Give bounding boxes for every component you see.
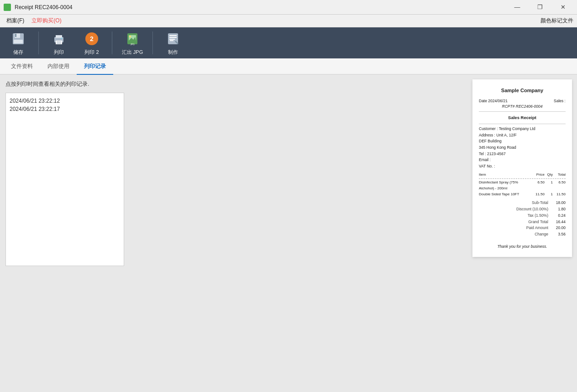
table-row: Alchohol) - 200ml [479,186,566,191]
print-log-item-2[interactable]: 2024/06/21 23:22:17 [10,105,120,113]
receipt-type: Sales Receipt [479,115,566,121]
receipt-items-header: Item Price Qty Total [479,172,566,179]
receipt-rcpt: RCPT# REC2406-0004 [479,104,566,110]
col-item: Item [479,172,532,178]
make-label: 制作 [168,49,178,56]
left-panel: 点按列印时间查看相关的列印记录. 2024/06/21 23:22:12 202… [0,75,467,392]
svg-text:JPG: JPG [130,43,135,46]
export-jpg-icon: JPG [124,31,141,47]
save-icon [10,31,26,47]
toolbar-sep-2 [112,31,112,54]
svg-rect-7 [57,42,61,42]
color-label-text: 颜色标记文件 [540,17,573,24]
svg-rect-8 [57,43,61,44]
grandtotal-row: Grand Total 16.44 [479,219,566,225]
receipt-divider-1 [479,111,566,112]
receipt-preview-panel: Sample Company Date 2024/06/21 Sales : R… [467,75,577,392]
instruction-text: 点按列印时间查看相关的列印记录. [5,80,462,88]
menu-file[interactable]: 档案(F) [4,16,27,26]
print-log-list: 2024/06/21 23:22:12 2024/06/21 23:22:17 [5,93,124,266]
receipt-header-row: Date 2024/06/21 Sales : [479,98,566,104]
close-button[interactable]: ✕ [552,1,573,14]
print2-button[interactable]: 2 列印 2 [77,30,106,56]
window-controls: — ❐ ✕ [507,1,573,14]
receipt-address-line1: Unit A, 12/F [496,133,516,137]
svg-rect-20 [169,39,175,40]
print-log-item-1[interactable]: 2024/06/21 23:22:12 [10,97,120,105]
svg-rect-2 [15,34,16,37]
make-icon [165,31,181,47]
app-icon [4,4,11,11]
receipt-email-label: Email : [479,157,491,162]
svg-rect-19 [169,37,177,38]
col-price: Price [532,172,545,178]
receipt-date: Date 2024/06/21 [479,98,508,104]
tab-internal-use[interactable]: 内部使用 [40,60,77,75]
receipt-customer-label: Customer : [479,126,498,131]
svg-rect-18 [169,35,177,36]
receipt-address-line3: 345 Hong Kong Road [479,145,516,150]
receipt-summary: Sub-Total 18.00 Discount (10.00%) 1.80 T… [479,200,566,237]
export-jpg-button[interactable]: JPG 汇出 JPG [118,30,147,56]
svg-rect-3 [14,40,23,43]
receipt-customer-value: Testing Company Ltd [499,126,535,131]
receipt-address-label: Address : [479,133,495,137]
menu-purchase[interactable]: 立即购买(O) [29,16,64,26]
change-row: Change 3.56 [479,231,566,237]
svg-rect-22 [170,40,173,41]
print-button[interactable]: 列印 [44,30,73,56]
title-bar-left: Receipt REC2406-0004 [4,4,73,11]
tab-file-info[interactable]: 文件资料 [4,60,40,75]
svg-point-9 [61,37,63,39]
receipt-tel-value: 2123-4567 [487,152,506,156]
receipt-address-line2: DEF Building [479,139,502,143]
table-row: Disinfectant Spray (75% 6.50 1 6.50 [479,180,566,185]
window-title: Receipt REC2406-0004 [15,4,73,10]
print-icon [51,31,67,47]
col-qty: Qty [545,172,553,178]
toolbar: 储存 列印 2 列印 2 [0,27,577,58]
svg-rect-6 [56,41,62,44]
minimize-button[interactable]: — [507,1,528,14]
save-button[interactable]: 储存 [4,30,33,56]
print2-icon: 2 [84,31,100,47]
discount-row: Discount (10.00%) 1.80 [479,206,566,212]
receipt-info: Customer : Testing Company Ltd Address :… [479,126,566,169]
maximize-button[interactable]: ❐ [530,1,551,14]
receipt-divider-2 [479,124,566,124]
toolbar-sep-3 [152,31,153,54]
title-bar: Receipt REC2406-0004 — ❐ ✕ [0,0,577,15]
export-jpg-label: 汇出 JPG [122,49,143,56]
receipt-vat-label: VAT No. : [479,164,495,168]
paid-amount-row: Paid Amount 20.00 [479,225,566,231]
col-total: Total [553,172,566,178]
toolbar-sep-1 [38,31,39,54]
print-label: 列印 [54,49,64,56]
tab-bar: 文件资料 内部使用 列印记录 [0,58,577,75]
tab-print-log[interactable]: 列印记录 [77,60,113,75]
menu-bar-left: 档案(F) 立即购买(O) [4,16,64,26]
tax-row: Tax (1.50%) 0.24 [479,213,566,219]
receipt-sales: Sales : [554,98,566,104]
print2-label: 列印 2 [84,49,99,56]
subtotal-row: Sub-Total 18.00 [479,200,566,206]
receipt-card: Sample Company Date 2024/06/21 Sales : R… [472,79,572,257]
menu-bar-right: 颜色标记文件 [540,17,573,25]
svg-rect-5 [56,35,62,38]
main-content: 点按列印时间查看相关的列印记录. 2024/06/21 23:22:12 202… [0,75,577,392]
table-row: Double Sided Tape 10FT 11.50 1 11.50 [479,192,566,197]
make-button[interactable]: 制作 [158,30,188,56]
menu-bar: 档案(F) 立即购买(O) 颜色标记文件 [0,15,577,27]
save-label: 储存 [13,49,23,56]
svg-point-15 [129,36,131,37]
svg-text:2: 2 [90,35,94,42]
receipt-company: Sample Company [479,87,566,94]
thank-you-text: Thank you for your business. [479,244,566,250]
receipt-tel-label: Tel : [479,152,486,156]
